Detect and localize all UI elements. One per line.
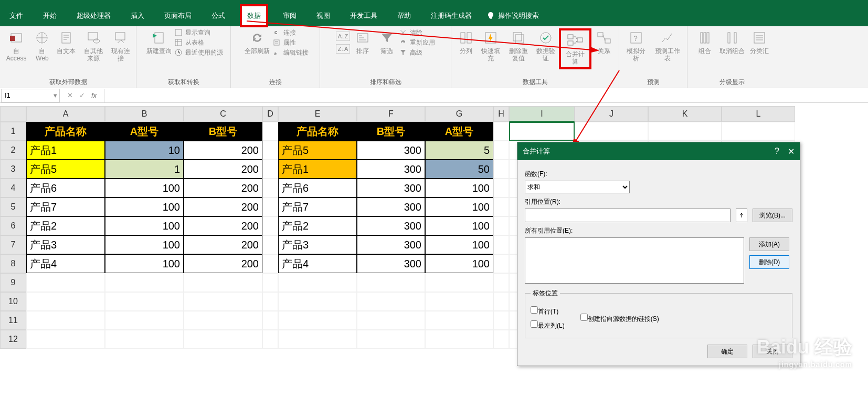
cell-H12[interactable] <box>493 330 509 349</box>
cell-E5[interactable]: 产品7 <box>278 198 357 216</box>
filter-button[interactable]: 筛选 <box>375 28 398 56</box>
cell-A3[interactable]: 产品5 <box>26 160 105 179</box>
cell-G7[interactable]: 100 <box>425 235 493 254</box>
cancel-icon[interactable]: ✕ <box>67 91 73 99</box>
cell-J1[interactable] <box>575 122 648 141</box>
cell-A10[interactable] <box>26 292 105 311</box>
column-header-I[interactable]: I <box>509 106 575 122</box>
column-header-D[interactable]: D <box>262 106 278 122</box>
reference-input[interactable] <box>525 209 731 222</box>
cell-H2[interactable] <box>493 141 509 160</box>
cell-A4[interactable]: 产品6 <box>26 179 105 198</box>
cell-B8[interactable]: 100 <box>105 254 184 273</box>
cell-D9[interactable] <box>262 273 278 292</box>
cell-G5[interactable]: 100 <box>425 198 493 216</box>
cell-D3[interactable] <box>262 160 278 179</box>
column-header-C[interactable]: C <box>184 106 262 122</box>
fx-icon[interactable]: fx <box>91 91 97 99</box>
whatif-button[interactable]: ?模拟分析 <box>622 28 650 63</box>
delete-button[interactable]: 删除(D) <box>749 255 789 269</box>
tab-insert[interactable]: 插入 <box>125 6 150 25</box>
cell-G6[interactable]: 100 <box>425 216 493 235</box>
close-button[interactable]: 关闭 <box>753 345 792 358</box>
cell-G10[interactable] <box>425 292 493 311</box>
subtotal-button[interactable]: 分类汇 <box>748 28 771 56</box>
cell-G11[interactable] <box>425 311 493 330</box>
help-icon[interactable]: ? <box>775 147 779 157</box>
tab-home[interactable]: 开始 <box>38 6 62 25</box>
sort-desc-icon[interactable]: Z↓A <box>336 44 351 54</box>
cell-C12[interactable] <box>184 330 262 349</box>
cell-H6[interactable] <box>493 216 509 235</box>
row-header-10[interactable]: 10 <box>0 292 26 311</box>
cell-B1[interactable]: A型号 <box>105 122 184 141</box>
cell-B7[interactable]: 100 <box>105 235 184 254</box>
relationships-button[interactable]: 关系 <box>592 28 616 56</box>
show-query-button[interactable]: 显示查询 <box>175 28 223 37</box>
cell-E3[interactable]: 产品1 <box>278 160 357 179</box>
row-header-4[interactable]: 4 <box>0 179 26 198</box>
cell-H9[interactable] <box>493 273 509 292</box>
cell-C9[interactable] <box>184 273 262 292</box>
tab-view[interactable]: 视图 <box>311 6 335 25</box>
cell-E12[interactable] <box>278 330 357 349</box>
cell-D4[interactable] <box>262 179 278 198</box>
forecast-button[interactable]: 预测工作表 <box>651 28 684 63</box>
formula-input[interactable] <box>104 89 868 102</box>
cell-E2[interactable]: 产品5 <box>278 141 357 160</box>
cell-E11[interactable] <box>278 311 357 330</box>
cell-G1[interactable]: A型号 <box>425 122 493 141</box>
cell-E6[interactable]: 产品2 <box>278 216 357 235</box>
connections-button[interactable]: 连接 <box>273 28 309 37</box>
cell-G4[interactable]: 100 <box>425 179 493 198</box>
cell-G8[interactable]: 100 <box>425 254 493 273</box>
cell-C6[interactable]: 200 <box>184 216 262 235</box>
row-header-12[interactable]: 12 <box>0 330 26 349</box>
new-query-button[interactable]: 新建查询 <box>144 28 174 56</box>
sort-button[interactable]: 排序 <box>351 28 374 56</box>
cell-E4[interactable]: 产品6 <box>278 179 357 198</box>
row-header-11[interactable]: 11 <box>0 311 26 330</box>
ungroup-button[interactable]: 取消组合 <box>717 28 747 56</box>
add-button[interactable]: 添加(A) <box>749 237 789 251</box>
existing-conn-button[interactable]: 现有连接 <box>109 28 133 63</box>
cell-F10[interactable] <box>357 292 425 311</box>
cell-L1[interactable] <box>722 122 795 141</box>
cell-A2[interactable]: 产品1 <box>26 141 105 160</box>
cell-E1[interactable]: 产品名称 <box>278 122 357 141</box>
tab-file[interactable]: 文件 <box>4 6 28 25</box>
group-button[interactable]: 组合 <box>693 28 716 56</box>
create-links-checkbox[interactable]: 创建指向源数据的链接(S) <box>580 314 659 324</box>
cell-G9[interactable] <box>425 273 493 292</box>
cell-C4[interactable]: 200 <box>184 179 262 198</box>
enter-icon[interactable]: ✓ <box>79 91 85 99</box>
tab-reg[interactable]: 注册码生成器 <box>426 6 477 25</box>
column-header-H[interactable]: H <box>493 106 509 122</box>
cell-F5[interactable]: 300 <box>357 198 425 216</box>
row-header-7[interactable]: 7 <box>0 235 26 254</box>
cell-B6[interactable]: 100 <box>105 216 184 235</box>
row-header-1[interactable]: 1 <box>0 122 26 141</box>
cell-A6[interactable]: 产品2 <box>26 216 105 235</box>
cell-D12[interactable] <box>262 330 278 349</box>
cell-F4[interactable]: 300 <box>357 179 425 198</box>
clear-filter-button[interactable]: 清除 <box>399 28 435 37</box>
column-header-B[interactable]: B <box>105 106 184 122</box>
cell-C11[interactable] <box>184 311 262 330</box>
cell-H11[interactable] <box>493 311 509 330</box>
cell-B3[interactable]: 1 <box>105 160 184 179</box>
advanced-button[interactable]: 高级 <box>399 48 435 57</box>
cell-H8[interactable] <box>493 254 509 273</box>
cell-B10[interactable] <box>105 292 184 311</box>
flash-fill-button[interactable]: 快速填充 <box>479 28 503 63</box>
cell-B2[interactable]: 10 <box>105 141 184 160</box>
row-header-5[interactable]: 5 <box>0 198 26 216</box>
cell-F9[interactable] <box>357 273 425 292</box>
tab-formula[interactable]: 公式 <box>206 6 230 25</box>
cell-F11[interactable] <box>357 311 425 330</box>
cell-A11[interactable] <box>26 311 105 330</box>
cell-D5[interactable] <box>262 198 278 216</box>
cell-I1[interactable] <box>509 122 575 141</box>
row-header-9[interactable]: 9 <box>0 273 26 292</box>
cell-H10[interactable] <box>493 292 509 311</box>
